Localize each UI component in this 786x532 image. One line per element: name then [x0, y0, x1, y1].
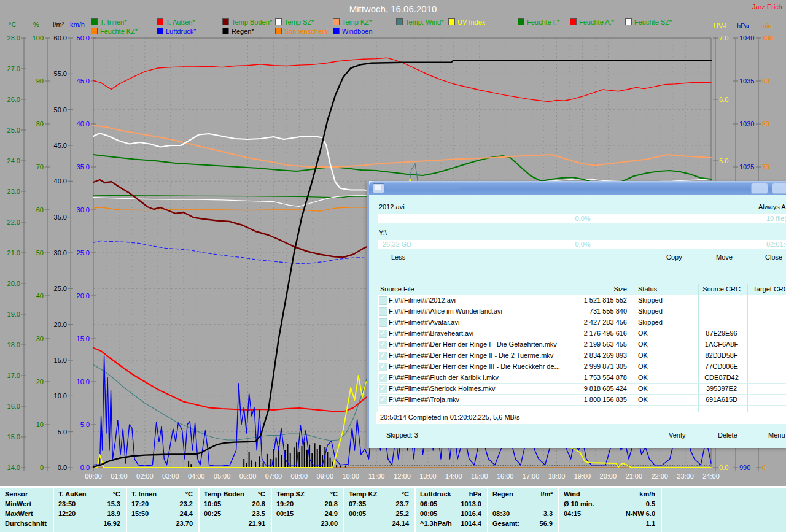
column-divider [636, 395, 636, 405]
delete-button[interactable]: Delete [718, 431, 737, 439]
column-divider [636, 350, 636, 361]
copy-button-divider [655, 250, 696, 250]
file-row[interactable]: F:\##Filme##\Sherlock Holmes.mkv9 818 68… [378, 384, 786, 395]
minimize-button-remnant[interactable] [751, 183, 768, 194]
file-row[interactable]: F:\##Filme##\Der Herr der Ringe II - Die… [378, 350, 786, 361]
svg-text:15.0: 15.0 [7, 433, 20, 441]
column-divider [636, 361, 636, 372]
svg-text:25.0: 25.0 [54, 285, 67, 292]
move-button[interactable]: Move [716, 253, 733, 261]
file-size: 731 555 840 [525, 307, 627, 315]
svg-text:20:00: 20:00 [600, 472, 617, 480]
col-target-crc[interactable]: Target CRC [749, 285, 786, 293]
summary-min-value: 1013.0 [415, 500, 481, 507]
file-row[interactable]: F:\##Filme##\Der Herr der Ringe I - Die … [378, 339, 786, 350]
skipped-divider [378, 428, 426, 428]
column-divider [747, 306, 748, 317]
svg-text:15.0: 15.0 [77, 335, 90, 342]
column-divider [747, 361, 748, 372]
file-size: 1 521 815 552 [525, 296, 627, 304]
svg-text:5.0: 5.0 [80, 421, 90, 428]
svg-text:07:00: 07:00 [265, 472, 282, 480]
check-icon [379, 341, 387, 349]
svg-text:02:00: 02:00 [136, 472, 154, 480]
svg-text:09:00: 09:00 [317, 472, 334, 480]
status-box: 20:50:14 Completed in 01:20:02.225, 5,6 … [376, 412, 786, 424]
target-path-label: Y:\ [379, 229, 387, 236]
column-divider [636, 384, 636, 394]
summary-sensor-unit: °C [271, 490, 338, 498]
svg-text:20.0: 20.0 [7, 280, 20, 287]
column-divider [747, 350, 748, 361]
svg-text:min: min [761, 22, 772, 29]
column-divider [698, 306, 699, 317]
svg-text:5.0: 5.0 [719, 157, 728, 164]
close-button-remnant[interactable] [772, 183, 786, 194]
file-status: OK [638, 396, 648, 403]
column-divider [585, 317, 585, 328]
svg-text:35.0: 35.0 [54, 214, 67, 221]
svg-text:5.0: 5.0 [58, 428, 67, 436]
time-remaining: 02:01:4 [766, 241, 786, 248]
summary-min-value: 15.3 [53, 500, 120, 507]
file-row[interactable]: F:\##Filme##\Der Herr der Ringe III - Di… [378, 361, 786, 372]
svg-text:20: 20 [36, 378, 44, 385]
menu-button[interactable]: Menu [768, 431, 785, 439]
file-progress-percent: 0,0% [378, 215, 786, 222]
always-dropdown[interactable]: Always As [758, 203, 786, 210]
svg-text:16.0: 16.0 [7, 403, 20, 410]
column-divider [747, 384, 748, 394]
file-row[interactable]: F:\##Filme##\2012.avi1 521 815 552Skippe… [378, 295, 786, 306]
file-size: 2 834 269 893 [525, 352, 627, 359]
svg-text:1035: 1035 [739, 77, 754, 85]
column-divider [698, 317, 699, 328]
svg-text:14.0: 14.0 [7, 464, 20, 471]
skipped-count-label: Skipped: 3 [386, 431, 418, 439]
svg-text:30.0: 30.0 [54, 249, 67, 256]
current-file-label: 2012.avi [379, 203, 405, 210]
summary-avg-value: 56.9 [488, 520, 553, 527]
verify-button[interactable]: Verify [669, 431, 686, 439]
summary-max-value: 24.9 [271, 510, 338, 517]
svg-text:15:00: 15:00 [471, 472, 488, 480]
column-divider [636, 284, 636, 295]
summary-max-value: 24.4 [126, 510, 193, 517]
svg-text:6.0: 6.0 [719, 96, 728, 103]
summary-min-value: 20.8 [199, 500, 265, 507]
file-size: 2 427 283 456 [525, 318, 627, 326]
skipped-file-icon [379, 307, 387, 316]
column-divider [585, 372, 585, 383]
file-size: 9 818 685 424 [525, 385, 627, 392]
copy-button[interactable]: Copy [666, 253, 682, 261]
column-divider [698, 361, 699, 372]
col-source-file[interactable]: Source File [380, 285, 414, 293]
file-row[interactable]: F:\##Filme##\Braveheart.avi2 176 495 616… [378, 328, 786, 339]
column-divider [585, 339, 585, 350]
svg-text:24.0: 24.0 [7, 157, 20, 164]
file-row[interactable]: F:\##Filme##\Troja.mkv1 800 156 835OK691… [378, 395, 786, 406]
file-status: OK [638, 330, 648, 337]
col-source-crc[interactable]: Source CRC [699, 285, 744, 293]
file-row[interactable]: F:\##Filme##\Fluch der Karibik I.mkv1 75… [378, 372, 786, 384]
svg-text:50.0: 50.0 [54, 106, 67, 114]
file-status: Skipped [638, 318, 663, 326]
close-button[interactable]: Close [765, 253, 782, 261]
svg-text:0: 0 [762, 464, 766, 471]
col-status[interactable]: Status [638, 285, 657, 293]
column-divider [636, 306, 636, 317]
file-table-header: Source FileSizeStatusSource CRCTarget CR… [378, 284, 786, 295]
check-icon [379, 330, 387, 338]
dialog-titlebar[interactable] [369, 181, 786, 195]
check-icon [379, 385, 387, 393]
col-size[interactable]: Size [525, 285, 627, 293]
file-row[interactable]: F:\##Filme##\Avatar.avi2 427 283 456Skip… [378, 317, 786, 328]
file-row[interactable]: F:\##Filme##\Alice im Wunderland.avi731 … [378, 306, 786, 317]
menu-button-divider [756, 428, 786, 428]
summary-min-value: 23.2 [126, 500, 193, 507]
column-divider [636, 372, 636, 383]
column-divider [698, 372, 699, 383]
svg-text:60: 60 [36, 206, 44, 214]
summary-divider [661, 488, 662, 532]
svg-text:UV-I: UV-I [714, 22, 726, 29]
less-button[interactable]: Less [391, 253, 405, 261]
